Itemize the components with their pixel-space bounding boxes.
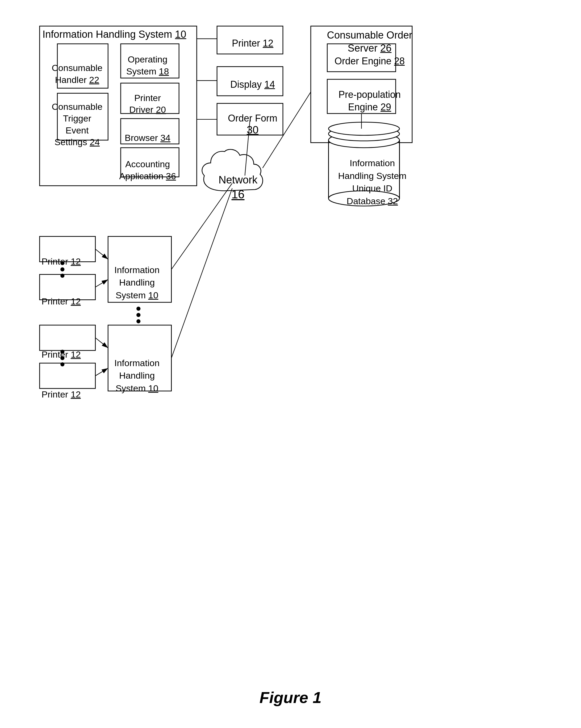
ppe-id: 29 — [380, 102, 391, 112]
browser-id: 34 — [160, 133, 170, 143]
figure-caption: Figure 1 — [260, 688, 321, 707]
bottom-ihs2-id: 10 — [148, 383, 158, 393]
svg-point-14 — [328, 132, 399, 148]
database-label: InformationHandling SystemUnique IDDatab… — [333, 157, 412, 207]
accounting-app-box: AccountingApplication 36 — [117, 155, 178, 185]
ppe-box: Pre-populationEngine 29 — [334, 83, 405, 119]
bottom-printer2a-box: Printer 12 — [32, 341, 90, 368]
database-id: 32 — [388, 196, 398, 206]
consumable-handler-id: 22 — [89, 75, 99, 85]
bottom-ihs1-id: 10 — [148, 290, 158, 300]
ihs-main-text: Information Handling System — [43, 29, 172, 40]
browser-box: Browser 34 — [117, 125, 178, 151]
bottom-printer1a-id: 12 — [71, 256, 81, 266]
bottom-printer1b-box: Printer 12 — [32, 288, 90, 315]
order-engine-box: Order Engine 28 — [334, 47, 405, 76]
bottom-printer1b-id: 12 — [71, 296, 81, 306]
svg-point-40 — [136, 319, 140, 323]
svg-line-46 — [171, 188, 232, 358]
bottom-printer1a-box: Printer 12 — [32, 248, 90, 275]
bottom-printer2b-id: 12 — [71, 389, 81, 399]
bottom-printer2a-id: 12 — [71, 349, 81, 360]
ihs-main-label: Information Handling System 10 — [32, 27, 197, 40]
svg-point-15 — [328, 127, 399, 141]
printer-driver-id: 20 — [156, 104, 166, 114]
order-engine-id: 28 — [394, 56, 405, 67]
printer-top-box: Printer 12 — [218, 29, 287, 58]
order-form-box: Order Form30 — [218, 108, 287, 141]
os-id: 18 — [159, 66, 169, 76]
accounting-app-id: 36 — [166, 171, 176, 181]
display-id: 14 — [264, 79, 275, 90]
bottom-ihs2-box: InformationHandlingSystem 10 — [104, 341, 170, 410]
bottom-printer2b-box: Printer 12 — [32, 381, 90, 408]
consumable-trigger-box: ConsumableTrigger EventSettings 24 — [51, 100, 104, 149]
consumable-handler-box: ConsumableHandler 22 — [51, 51, 104, 97]
order-form-id: 30 — [247, 124, 259, 136]
operating-system-box: OperatingSystem 18 — [117, 47, 178, 83]
ihs-main-id: 10 — [175, 29, 186, 40]
consumable-trigger-id: 24 — [89, 137, 100, 147]
svg-point-16 — [328, 122, 399, 135]
printer-top-id: 12 — [263, 38, 273, 49]
network-id: 16 — [232, 188, 245, 201]
network-label: Network16 — [202, 173, 274, 202]
printer-driver-box: PrinterDriver 20 — [117, 88, 178, 120]
display-box: Display 14 — [218, 69, 287, 100]
bottom-ihs1-box: InformationHandlingSystem 10 — [104, 248, 170, 317]
